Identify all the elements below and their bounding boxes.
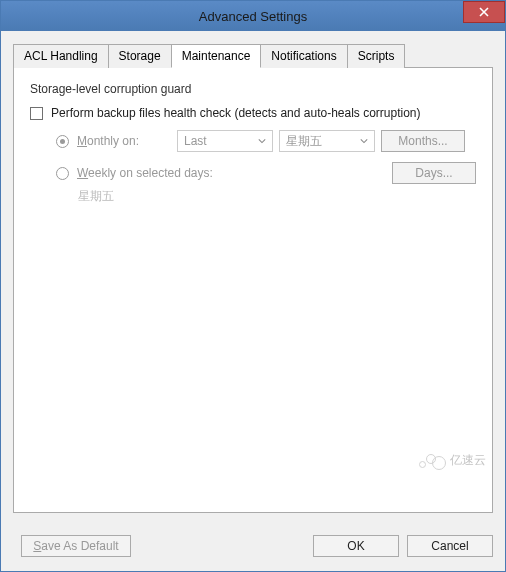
health-check-row: Perform backup files health check (detec… [30,106,476,120]
health-check-label: Perform backup files health check (detec… [51,106,421,120]
title-bar: Advanced Settings [1,1,505,31]
monthly-ordinal-select[interactable]: Last [177,130,273,152]
window-title: Advanced Settings [1,9,505,24]
monthly-label: Monthly on: [77,134,177,148]
tab-strip: ACL Handling Storage Maintenance Notific… [13,43,493,67]
monthly-weekday-select[interactable]: 星期五 [279,130,375,152]
dialog-footer: Save As Default OK Cancel [1,525,505,571]
weekly-label: Weekly on selected days: [77,166,392,180]
content-area: ACL Handling Storage Maintenance Notific… [1,31,505,525]
tab-scripts[interactable]: Scripts [347,44,406,68]
cancel-button[interactable]: Cancel [407,535,493,557]
monthly-row: Monthly on: Last 星期五 Months... [56,130,476,152]
chevron-down-icon [360,138,368,144]
watermark-icon [416,450,446,470]
tab-storage[interactable]: Storage [108,44,172,68]
window-close-button[interactable] [463,1,505,23]
close-icon [479,7,489,17]
monthly-radio[interactable] [56,135,69,148]
ok-button[interactable]: OK [313,535,399,557]
health-check-checkbox[interactable] [30,107,43,120]
days-button[interactable]: Days... [392,162,476,184]
tab-notifications[interactable]: Notifications [260,44,347,68]
group-title: Storage-level corruption guard [30,82,476,96]
save-as-default-button[interactable]: Save As Default [21,535,131,557]
weekly-days-text: 星期五 [78,188,476,205]
tab-panel-maintenance: Storage-level corruption guard Perform b… [13,67,493,513]
watermark: 亿速云 [416,450,486,470]
window-root: Advanced Settings ACL Handling Storage M… [0,0,506,572]
tab-acl-handling[interactable]: ACL Handling [13,44,109,68]
weekly-row: Weekly on selected days: Days... [56,162,476,184]
chevron-down-icon [258,138,266,144]
weekly-radio[interactable] [56,167,69,180]
months-button[interactable]: Months... [381,130,465,152]
tab-maintenance[interactable]: Maintenance [171,44,262,68]
